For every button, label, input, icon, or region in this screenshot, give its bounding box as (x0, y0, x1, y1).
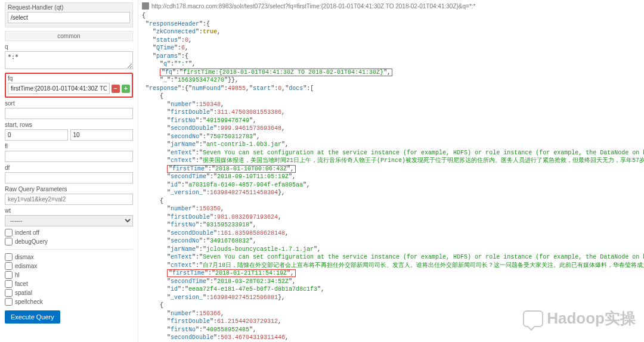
watermark: Hadoop实操 (523, 308, 636, 329)
debug-checkbox[interactable] (5, 238, 13, 245)
sort-label: sort (5, 100, 133, 107)
fq-group: fq − + (5, 73, 133, 98)
dismax-checkbox-row[interactable]: dismax (5, 253, 133, 261)
wt-select[interactable]: ------ (5, 215, 133, 226)
results-panel: http://cdh178.macro.com:8983/solr/test07… (138, 0, 644, 342)
sort-input[interactable] (5, 108, 133, 119)
edismax-checkbox[interactable] (5, 262, 13, 270)
rawq-label: Raw Query Parameters (5, 186, 133, 192)
debug-checkbox-row[interactable]: debugQuery (5, 238, 133, 245)
spellcheck-checkbox[interactable] (5, 298, 13, 306)
fq-remove-button[interactable]: − (112, 85, 120, 93)
common-section-header[interactable]: common (5, 31, 133, 41)
execute-query-button[interactable]: Execute Query (5, 310, 60, 324)
spatial-checkbox-row[interactable]: spatial (5, 289, 133, 297)
facet-checkbox-row[interactable]: facet (5, 280, 133, 288)
hl-checkbox-row[interactable]: hl (5, 271, 133, 279)
qt-input[interactable] (8, 12, 130, 23)
url-bar: http://cdh178.macro.com:8983/solr/test07… (142, 2, 640, 10)
qt-label: Request-Handler (qt) (8, 4, 130, 11)
fl-label: fl (5, 143, 133, 150)
indent-checkbox-row[interactable]: indent off (5, 229, 133, 237)
df-input[interactable] (5, 172, 133, 184)
fq-add-button[interactable]: + (122, 85, 130, 93)
edismax-checkbox-row[interactable]: edismax (5, 262, 133, 270)
hl-checkbox[interactable] (5, 271, 13, 279)
wt-label: wt (5, 207, 133, 214)
json-response: { "responseHeader":{ "zkConnected":true,… (142, 12, 640, 342)
chat-icon (523, 310, 543, 327)
rawq-input[interactable] (5, 194, 133, 205)
fq-input[interactable] (8, 83, 110, 94)
q-input[interactable]: *:* (5, 51, 133, 69)
fq-label: fq (8, 75, 130, 82)
link-icon (142, 2, 149, 10)
start-input[interactable] (5, 129, 68, 141)
spatial-checkbox[interactable] (5, 289, 13, 297)
watermark-text: Hadoop实操 (547, 308, 636, 329)
indent-checkbox[interactable] (5, 229, 13, 237)
facet-checkbox[interactable] (5, 280, 13, 288)
query-sidebar: Request-Handler (qt) common q *:* fq − +… (0, 0, 138, 342)
startrows-label: start, rows (5, 122, 133, 128)
spellcheck-checkbox-row[interactable]: spellcheck (5, 298, 133, 306)
rows-input[interactable] (70, 129, 134, 141)
fl-input[interactable] (5, 151, 133, 162)
dismax-checkbox[interactable] (5, 253, 13, 261)
result-url[interactable]: http://cdh178.macro.com:8983/solr/test07… (151, 3, 475, 10)
q-label: q (5, 43, 133, 50)
df-label: df (5, 164, 133, 171)
